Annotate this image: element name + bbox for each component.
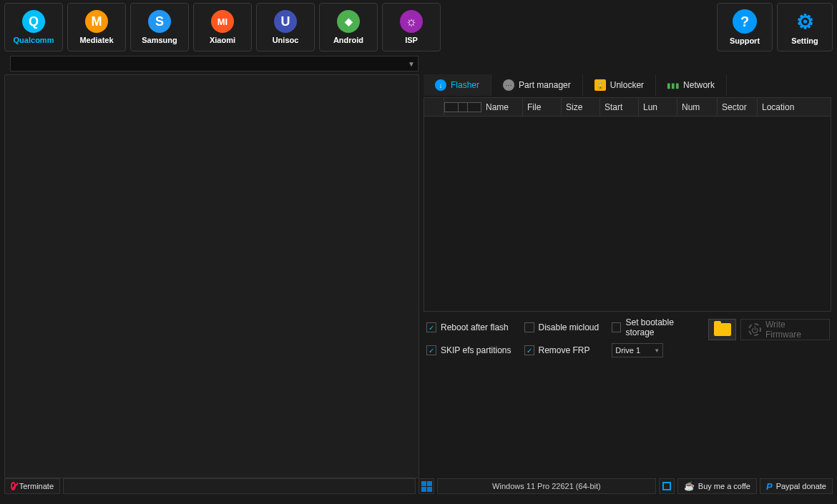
tab-label: Part manager bbox=[519, 80, 571, 90]
table-body[interactable] bbox=[424, 117, 831, 312]
table-header-location[interactable]: Location bbox=[758, 98, 831, 116]
unisoc-icon: U bbox=[274, 10, 297, 33]
flash-options: ✓ Reboot after flash Disable micloud Set… bbox=[424, 312, 833, 363]
toolbar-label: ISP bbox=[405, 36, 418, 44]
square-icon bbox=[662, 482, 671, 490]
browse-folder-button[interactable] bbox=[708, 319, 736, 340]
tab-unlocker[interactable]: 🔒 Unlocker bbox=[583, 74, 656, 96]
window-mode-button[interactable] bbox=[659, 478, 675, 494]
table-header-lun[interactable]: Lun bbox=[639, 98, 677, 116]
write-firmware-button[interactable]: ⏻ Write Firmware bbox=[740, 319, 830, 340]
log-panel[interactable] bbox=[4, 74, 419, 478]
table-header-size[interactable]: Size bbox=[562, 98, 600, 116]
status-input[interactable] bbox=[63, 478, 416, 494]
checkbox-label: Disable micloud bbox=[539, 322, 599, 332]
isp-icon: ☼ bbox=[400, 10, 423, 33]
checkbox-label: SKIP efs partitions bbox=[441, 345, 512, 355]
toolbar-label: Qualcomm bbox=[14, 36, 54, 44]
stop-icon bbox=[11, 482, 16, 490]
checkbox-icon bbox=[524, 322, 534, 332]
checkbox-icon bbox=[612, 322, 621, 332]
android-icon: ◆ bbox=[337, 10, 360, 33]
table-header-sector[interactable]: Sector bbox=[718, 98, 758, 116]
checkbox-icon: ✓ bbox=[426, 322, 436, 332]
lock-icon: 🔒 bbox=[594, 79, 606, 91]
setting-button[interactable]: ⚙ Setting bbox=[777, 3, 833, 51]
table-header-row: Name File Size Start Lun Num Sector Loca… bbox=[424, 98, 831, 117]
checkbox-icon bbox=[458, 102, 468, 112]
samsung-icon: S bbox=[148, 10, 171, 33]
toolbar-label: Setting bbox=[791, 36, 818, 45]
main-toolbar: Q Qualcomm M Mediatek S Samsung MI Xiaom… bbox=[0, 0, 837, 51]
checkbox-label: Remove FRP bbox=[539, 345, 590, 355]
tab-label: Flasher bbox=[451, 80, 479, 90]
toolbar-qualcomm-button[interactable]: Q Qualcomm bbox=[4, 3, 63, 51]
mediatek-icon: M bbox=[85, 10, 108, 33]
table-header-name[interactable]: Name bbox=[481, 98, 523, 116]
os-info: Windows 11 Pro 22621 (64-bit) bbox=[437, 478, 656, 494]
chevron-down-icon: ▼ bbox=[654, 347, 660, 354]
terminate-label: Terminate bbox=[19, 482, 54, 490]
folder-icon bbox=[714, 323, 731, 336]
checkbox-icon: ✓ bbox=[426, 345, 436, 355]
paypal-icon: P bbox=[766, 481, 773, 492]
checkbox-icon: ✓ bbox=[524, 345, 534, 355]
coffee-icon: ☕ bbox=[684, 481, 695, 491]
paypal-label: Paypal donate bbox=[776, 482, 826, 490]
drive-select[interactable]: Drive 1 ▼ bbox=[612, 343, 663, 357]
device-dropdown[interactable]: ▼ bbox=[10, 56, 418, 71]
toolbar-isp-button[interactable]: ☼ ISP bbox=[382, 3, 441, 51]
buy-coffee-label: Buy me a coffe bbox=[698, 482, 750, 490]
tab-bar: ↓ Flasher ⋯ Part manager 🔒 Unlocker ▮▮▮ … bbox=[424, 74, 833, 96]
support-button[interactable]: ? Support bbox=[717, 3, 773, 51]
tab-flasher[interactable]: ↓ Flasher bbox=[424, 74, 491, 96]
set-bootable-storage-checkbox[interactable]: Set bootable storage bbox=[612, 317, 700, 337]
terminate-button[interactable]: Terminate bbox=[4, 478, 60, 494]
help-icon: ? bbox=[733, 9, 757, 34]
download-icon: ↓ bbox=[435, 79, 446, 91]
tab-part-manager[interactable]: ⋯ Part manager bbox=[491, 74, 583, 96]
table-header-checkbox[interactable] bbox=[444, 102, 481, 112]
windows-icon bbox=[421, 481, 432, 492]
dots-icon: ⋯ bbox=[503, 79, 514, 91]
toolbar-label: Xiaomi bbox=[210, 36, 235, 44]
table-header-num[interactable]: Num bbox=[677, 98, 718, 116]
xiaomi-icon: MI bbox=[211, 10, 234, 33]
toolbar-label: Support bbox=[730, 36, 760, 45]
toolbar-label: Samsung bbox=[142, 36, 177, 44]
toolbar-xiaomi-button[interactable]: MI Xiaomi bbox=[193, 3, 252, 51]
toolbar-label: Unisoc bbox=[273, 36, 299, 44]
signal-icon: ▮▮▮ bbox=[667, 79, 679, 91]
toolbar-samsung-button[interactable]: S Samsung bbox=[130, 3, 189, 51]
table-header-blank bbox=[424, 98, 444, 116]
tab-network[interactable]: ▮▮▮ Network bbox=[656, 74, 727, 96]
tab-label: Network bbox=[683, 80, 715, 90]
disable-micloud-checkbox[interactable]: Disable micloud bbox=[524, 322, 599, 332]
table-header-file[interactable]: File bbox=[523, 98, 562, 116]
tab-label: Unlocker bbox=[610, 80, 644, 90]
device-select-row: ▼ bbox=[4, 56, 833, 73]
qualcomm-icon: Q bbox=[22, 10, 45, 33]
buy-coffee-link[interactable]: ☕ Buy me a coffe bbox=[677, 478, 757, 494]
toolbar-label: Android bbox=[333, 36, 363, 44]
status-bar: Terminate Windows 11 Pro 22621 (64-bit) … bbox=[0, 478, 837, 497]
skip-efs-checkbox[interactable]: ✓ SKIP efs partitions bbox=[426, 345, 512, 355]
windows-logo-button[interactable] bbox=[418, 478, 434, 494]
reboot-after-flash-checkbox[interactable]: ✓ Reboot after flash bbox=[426, 322, 512, 332]
chevron-down-icon: ▼ bbox=[408, 60, 415, 68]
toolbar-android-button[interactable]: ◆ Android bbox=[319, 3, 378, 51]
checkbox-label: Reboot after flash bbox=[441, 322, 509, 332]
write-firmware-label: Write Firmware bbox=[765, 320, 822, 340]
select-value: Drive 1 bbox=[615, 346, 640, 355]
gear-icon: ⚙ bbox=[793, 9, 817, 34]
partition-table: Name File Size Start Lun Num Sector Loca… bbox=[424, 97, 831, 312]
paypal-donate-link[interactable]: P Paypal donate bbox=[760, 478, 833, 494]
toolbar-mediatek-button[interactable]: M Mediatek bbox=[67, 3, 126, 51]
power-icon: ⏻ bbox=[748, 323, 761, 336]
checkbox-label: Set bootable storage bbox=[625, 317, 700, 337]
os-info-text: Windows 11 Pro 22621 (64-bit) bbox=[492, 482, 601, 490]
remove-frp-checkbox[interactable]: ✓ Remove FRP bbox=[524, 345, 599, 355]
table-header-start[interactable]: Start bbox=[600, 98, 639, 116]
toolbar-unisoc-button[interactable]: U Unisoc bbox=[256, 3, 315, 51]
toolbar-label: Mediatek bbox=[79, 36, 113, 44]
